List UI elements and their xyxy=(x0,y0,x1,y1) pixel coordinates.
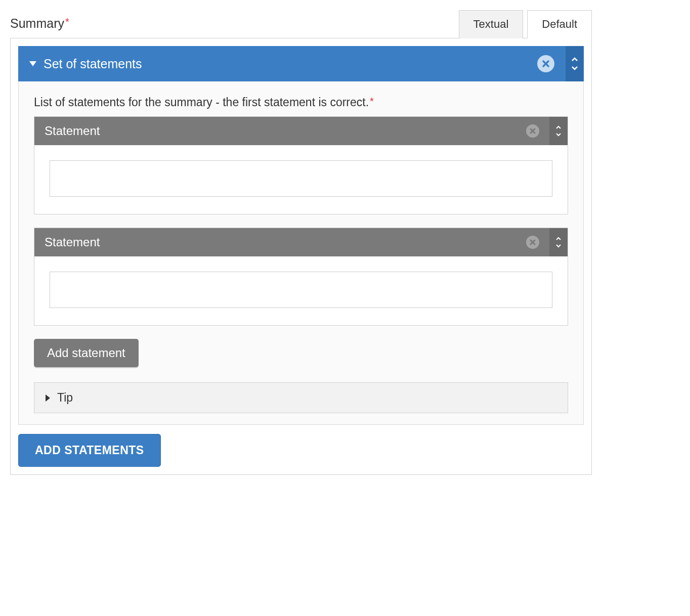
list-label: List of statements for the summary - the… xyxy=(34,96,568,109)
statement-header[interactable]: Statement xyxy=(34,228,549,256)
statement-reorder-handle[interactable] xyxy=(549,117,568,145)
tab-textual[interactable]: Textual xyxy=(459,10,524,38)
panel: Set of statements List of statements for… xyxy=(10,38,592,475)
tip-label: Tip xyxy=(57,391,73,405)
set-of-statements-block: Set of statements xyxy=(18,46,584,81)
chevron-up-icon xyxy=(555,125,562,129)
set-header[interactable]: Set of statements xyxy=(18,46,566,81)
chevron-down-icon xyxy=(571,66,578,70)
chevron-down-icon xyxy=(555,133,562,137)
statement-block: Statement xyxy=(34,228,568,326)
statement-input[interactable] xyxy=(50,272,552,308)
statement-title: Statement xyxy=(45,235,526,249)
tabs: Textual Default xyxy=(459,10,592,38)
section-label-text: Summary xyxy=(10,16,64,30)
chevron-up-icon xyxy=(571,57,578,62)
statement-reorder-handle[interactable] xyxy=(549,228,568,256)
chevron-down-icon xyxy=(555,244,562,248)
statement-block: Statement xyxy=(34,116,568,214)
remove-statement-button[interactable] xyxy=(526,124,539,138)
statement-input[interactable] xyxy=(50,160,552,197)
svg-marker-0 xyxy=(29,61,36,66)
add-statements-button[interactable]: ADD STATEMENTS xyxy=(18,434,161,467)
statement-header[interactable]: Statement xyxy=(34,117,549,145)
list-label-text: List of statements for the summary - the… xyxy=(34,96,369,109)
section-label: Summary* xyxy=(10,10,69,31)
set-reorder-handle[interactable] xyxy=(566,46,584,81)
remove-statement-button[interactable] xyxy=(526,236,539,249)
required-asterisk: * xyxy=(65,16,69,27)
chevron-up-icon xyxy=(555,237,562,241)
set-body: List of statements for the summary - the… xyxy=(18,81,584,425)
svg-marker-1 xyxy=(46,394,50,402)
close-set-button[interactable] xyxy=(537,55,554,72)
caret-right-icon xyxy=(46,394,50,402)
caret-down-icon xyxy=(29,61,36,66)
add-statement-button[interactable]: Add statement xyxy=(34,339,139,367)
statement-title: Statement xyxy=(45,124,526,138)
required-asterisk: * xyxy=(370,96,374,107)
set-title: Set of statements xyxy=(44,57,532,71)
tip-toggle[interactable]: Tip xyxy=(34,382,568,413)
tab-default[interactable]: Default xyxy=(527,10,592,38)
